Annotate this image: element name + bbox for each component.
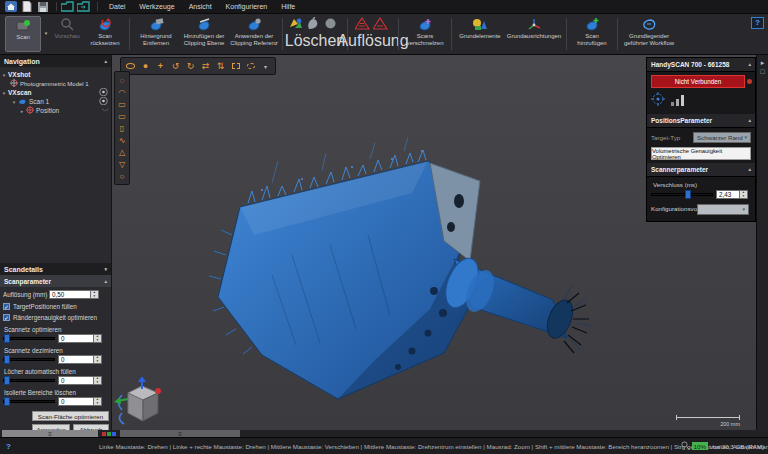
- delete-isolated-icon[interactable]: [324, 16, 342, 34]
- collapse-up-icon[interactable]: ▴: [104, 59, 107, 64]
- home-icon[interactable]: [4, 1, 17, 12]
- collapse-down-icon[interactable]: ▾: [104, 267, 107, 272]
- ellipse-select-icon[interactable]: [244, 60, 257, 73]
- optimize-value-input[interactable]: 0: [58, 334, 94, 343]
- resolution-increase-icon[interactable]: [355, 16, 373, 34]
- export-session-icon[interactable]: [77, 1, 90, 12]
- resolution-decrease-icon[interactable]: [373, 16, 391, 34]
- fill-holes-value-input[interactable]: 0: [58, 376, 94, 385]
- caret-down-icon[interactable]: ▾: [0, 90, 8, 96]
- flip-vertical-icon[interactable]: ⇅: [214, 60, 227, 73]
- shutter-slider[interactable]: [651, 190, 713, 199]
- collapse-up-icon[interactable]: ▴: [104, 279, 107, 284]
- help-hint-icon[interactable]: ?: [6, 442, 11, 451]
- triangle-down-select-icon[interactable]: ▽: [116, 158, 128, 170]
- rect-area-icon[interactable]: ▭: [116, 98, 128, 110]
- tree-item-vxshot[interactable]: ▾ VXshot: [0, 70, 111, 79]
- vorschau-button[interactable]: Vorschau: [50, 14, 84, 54]
- fill-holes-slider[interactable]: [3, 376, 55, 385]
- flip-horizontal-icon[interactable]: ⇄: [199, 60, 212, 73]
- grundausrichtungen-button[interactable]: Grundausrichtungen: [505, 14, 563, 54]
- tree-item-position[interactable]: ▸ Position ◡: [0, 106, 111, 115]
- connection-status-button[interactable]: Nicht Verbunden: [651, 75, 745, 88]
- delete-selection-icon[interactable]: [306, 16, 324, 34]
- scanner-params-header[interactable]: Scannerparameter ▴: [647, 163, 755, 177]
- checkbox-checked-icon[interactable]: ✓: [3, 303, 10, 310]
- target-type-dropdown[interactable]: Schwarzer Rand ▾: [693, 132, 751, 143]
- help-button[interactable]: ?: [751, 17, 764, 29]
- collapse-up-icon[interactable]: ▴: [748, 62, 751, 67]
- menu-konfigurieren[interactable]: Konfigurieren: [219, 0, 275, 13]
- device-header[interactable]: HandySCAN 700 - 661258 ▴: [647, 58, 755, 72]
- clipping-referenz-button[interactable]: Anwenden der Clipping Referenz: [229, 14, 279, 54]
- left-panel-tab-active[interactable]: ≡: [2, 430, 98, 437]
- scan-ruecksetzen-button[interactable]: Scan rücksetzen: [84, 14, 126, 54]
- rotate-right-icon[interactable]: ↻: [184, 60, 197, 73]
- resolution-spinner[interactable]: ▴▾: [91, 290, 99, 299]
- collapse-up-icon[interactable]: ▴: [748, 167, 751, 172]
- isolated-slider[interactable]: [3, 397, 55, 406]
- menu-datei[interactable]: Datei: [102, 0, 132, 13]
- rect-area-2-icon[interactable]: ▭: [116, 110, 128, 122]
- tree-item-vxscan[interactable]: ▾ VXscan: [0, 88, 111, 97]
- delete-facets-icon[interactable]: [288, 16, 306, 34]
- checkbox-checked-icon[interactable]: ✓: [3, 314, 10, 321]
- expand-panel-icon[interactable]: ▸: [761, 58, 765, 67]
- float-window-icon[interactable]: □: [760, 67, 764, 76]
- import-session-icon[interactable]: [61, 1, 74, 12]
- solid-view-icon[interactable]: ●: [139, 60, 152, 73]
- visibility-eye-icon[interactable]: [99, 88, 108, 97]
- spinner[interactable]: ▴▾: [94, 334, 102, 343]
- menu-ansicht[interactable]: Ansicht: [182, 0, 219, 13]
- visibility-closed-eye-icon[interactable]: ◡: [102, 104, 108, 112]
- rect-area-3-icon[interactable]: ▯: [116, 122, 128, 134]
- optimize-slider[interactable]: [3, 334, 55, 343]
- navigation-header[interactable]: Navigation ▴: [0, 55, 111, 67]
- scan-hinzufuegen-button[interactable]: Scan hinzufügen: [570, 14, 614, 54]
- shutter-spinner[interactable]: ▴▾: [740, 190, 748, 199]
- scan-button[interactable]: Scan: [5, 16, 41, 52]
- spinner[interactable]: ▴▾: [94, 397, 102, 406]
- save-icon[interactable]: [36, 1, 49, 12]
- new-document-icon[interactable]: [20, 1, 33, 12]
- spinner[interactable]: ▴▾: [94, 355, 102, 364]
- scan-dropdown[interactable]: ▾: [42, 14, 50, 54]
- spinner[interactable]: ▴▾: [94, 376, 102, 385]
- resolution-input[interactable]: 0,50: [49, 290, 91, 299]
- rotate-left-icon[interactable]: ↺: [169, 60, 182, 73]
- brush-select-icon[interactable]: ∿: [116, 134, 128, 146]
- scanparameter-header[interactable]: Scanparameter ▴: [0, 275, 111, 287]
- caret-down-icon[interactable]: ▾: [10, 99, 18, 105]
- view-toolbar-more[interactable]: ▾: [259, 60, 272, 73]
- tree-item-scan-1[interactable]: ▾ Scan 1: [0, 97, 111, 106]
- menu-hilfe[interactable]: Hilfe: [274, 0, 302, 13]
- shutter-input[interactable]: 2,43: [716, 190, 740, 199]
- isolated-value-input[interactable]: 0: [58, 397, 94, 406]
- freehand-select-icon[interactable]: ◠: [116, 86, 128, 98]
- caret-down-icon[interactable]: ▾: [0, 72, 8, 78]
- triangle-up-select-icon[interactable]: △: [116, 146, 128, 158]
- clipping-ebene-button[interactable]: Hinzufügen der Clipping Ebene: [179, 14, 229, 54]
- grundelemente-button[interactable]: Grundelemente: [455, 14, 505, 54]
- optimize-scan-surface-button[interactable]: Scan-Fläche optimieren: [32, 411, 109, 421]
- hintergrund-entfernen-button[interactable]: Hintergrund Entfernen: [133, 14, 179, 54]
- caret-right-icon[interactable]: ▸: [18, 108, 26, 114]
- menu-werkzeuge[interactable]: Werkzeuge: [132, 0, 181, 13]
- viewport-tab[interactable]: ≡: [120, 430, 240, 437]
- config-preset-dropdown[interactable]: ▾: [697, 204, 749, 215]
- lasso-select-icon[interactable]: ◌: [116, 74, 128, 86]
- guided-workflow-button[interactable]: Grundlegender geführter Workflow: [621, 14, 677, 54]
- collapse-up-icon[interactable]: ▴: [748, 118, 751, 123]
- orientation-cube[interactable]: [114, 377, 166, 431]
- decimate-value-input[interactable]: 0: [58, 355, 94, 364]
- positions-header[interactable]: PositionsParameter ▴: [647, 114, 755, 128]
- decimate-slider[interactable]: [3, 355, 55, 364]
- scans-verschmelzen-button[interactable]: Scans verschmelzen: [402, 14, 448, 54]
- move-icon[interactable]: +: [154, 60, 167, 73]
- scandetails-header[interactable]: Scandetails ▾: [0, 263, 111, 275]
- rect-select-icon[interactable]: [229, 60, 242, 73]
- targets-detect-icon[interactable]: [651, 92, 665, 110]
- volumetric-accuracy-button[interactable]: Volumetrische Genauigkeit Optimieren: [651, 147, 751, 160]
- circle-select-icon[interactable]: ○: [116, 170, 128, 182]
- tree-item-photogrammetric-model[interactable]: Photogrammetric Model 1: [0, 79, 111, 88]
